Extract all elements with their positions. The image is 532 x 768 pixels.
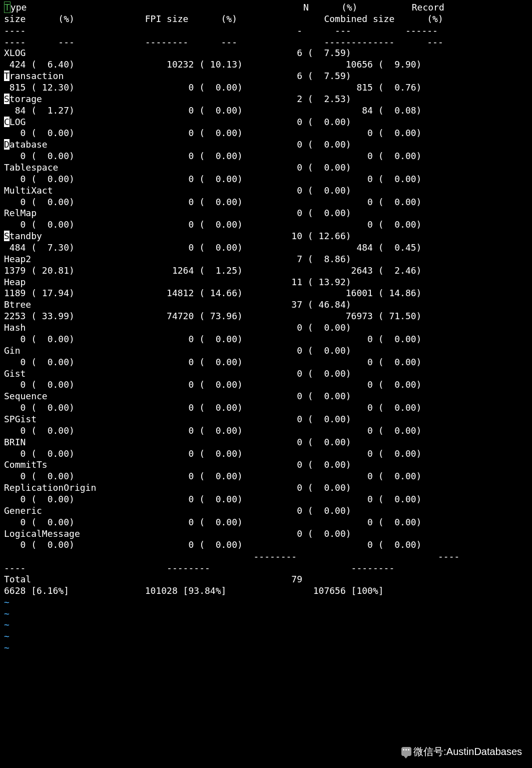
vim-tilde: ~ [4,619,10,630]
vim-tilde: ~ [4,642,10,653]
row-first-char: S [4,231,10,241]
row-first-char: T [4,71,10,81]
vim-tilde: ~ [4,597,10,607]
row-first-char: C [4,117,10,127]
watermark-label: 微信号 [413,745,443,758]
watermark-value: AustinDatabases [446,745,522,758]
vim-tilde: ~ [4,608,10,619]
wechat-icon [401,747,411,756]
row-first-char: S [4,94,10,104]
watermark: 微信号: AustinDatabases [401,745,522,758]
cursor: T [4,2,11,13]
terminal-output: Type N (%) Record size (%) FPI size (%) … [0,0,532,656]
row-first-char: D [4,139,10,150]
vim-tilde: ~ [4,631,10,641]
